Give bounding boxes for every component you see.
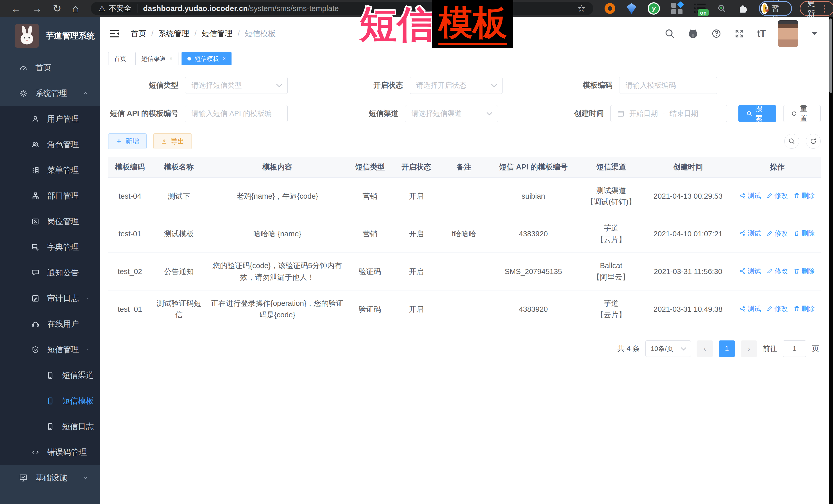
status-select[interactable]: 请选择开启状态 [410, 77, 502, 94]
chevron-down-icon [491, 81, 497, 88]
page-size-select[interactable]: 10条/页 [645, 340, 691, 357]
extension-list-icon[interactable]: on [694, 3, 706, 14]
address-bar[interactable]: ⚠ 不安全 dashboard.yudao.iocoder.cn /system… [91, 2, 593, 15]
breadcrumb-system[interactable]: 系统管理 [159, 28, 189, 39]
profile-paused-pill[interactable]: 已暂停 [759, 1, 792, 16]
page-scrollbar[interactable] [829, 17, 833, 504]
sidebar-item-error-codes[interactable]: 错误码管理 [0, 439, 100, 465]
search-button[interactable]: 搜索 [738, 105, 776, 122]
user-menu-caret-icon[interactable] [811, 32, 817, 35]
cell-type: 营销 [349, 177, 391, 215]
sidebar-item-infrastructure[interactable]: 基础设施 [0, 465, 100, 491]
sidebar-item-notices[interactable]: 通知公告 [0, 260, 100, 286]
toggle-search-button[interactable] [784, 134, 799, 149]
date-end-placeholder: 结束日期 [670, 109, 698, 118]
cell-actions: 测试修改删除 [734, 253, 821, 290]
browser-home-icon[interactable]: ⌂ [72, 3, 79, 14]
reset-button[interactable]: 重置 [783, 105, 821, 122]
template-code-input[interactable] [619, 77, 717, 94]
delete-link[interactable]: 删除 [793, 304, 815, 314]
sidebar-item-sms[interactable]: 短信管理 [0, 337, 100, 362]
api-template-id-input[interactable] [185, 105, 287, 122]
sidebar-item-system[interactable]: 系统管理 [0, 80, 100, 106]
extension-grid-icon[interactable] [671, 3, 683, 14]
github-icon[interactable] [687, 28, 699, 39]
share-icon [740, 268, 746, 274]
sidebar-fold-icon[interactable] [109, 28, 120, 40]
tabs-bar: 首页 短信渠道 × 短信模板 × [100, 50, 829, 67]
export-button[interactable]: 导出 [153, 133, 192, 149]
user-avatar[interactable] [778, 20, 798, 47]
sidebar-item-sms-log[interactable]: 短信日志 [0, 414, 100, 439]
bookmark-star-icon[interactable]: ☆ [577, 3, 586, 14]
prev-page-button[interactable]: ‹ [697, 340, 713, 357]
edit-link[interactable]: 修改 [767, 304, 788, 314]
tab-home[interactable]: 首页 [108, 52, 132, 65]
scrollbar-thumb[interactable] [829, 19, 832, 93]
next-page-button[interactable]: › [741, 340, 757, 357]
browser-back-icon[interactable]: ← [11, 3, 21, 14]
edit-link[interactable]: 修改 [767, 228, 788, 238]
sidebar-item-menus[interactable]: 菜单管理 [0, 158, 100, 183]
fullscreen-icon[interactable] [734, 28, 745, 39]
breadcrumb-sms[interactable]: 短信管理 [202, 28, 233, 39]
font-size-icon[interactable]: tT [757, 28, 766, 39]
browser-update-button[interactable]: 更新 ⋮ [800, 1, 833, 16]
book-icon [31, 243, 40, 251]
cell-status: 开启 [391, 290, 441, 328]
sidebar-item-audit-log[interactable]: 审计日志 [0, 286, 100, 311]
test-link[interactable]: 测试 [740, 190, 761, 201]
tab-sms-template[interactable]: 短信模板 × [182, 52, 232, 65]
sidebar-item-departments[interactable]: 部门管理 [0, 183, 100, 209]
extension-y-icon[interactable]: y [648, 2, 660, 15]
test-link[interactable]: 测试 [740, 304, 761, 314]
extension-donut-icon[interactable] [604, 3, 615, 14]
sidebar-item-home[interactable]: 首页 [0, 55, 100, 80]
date-range-picker[interactable]: 开始日期 - 结束日期 [611, 105, 727, 122]
browser-forward-icon[interactable]: → [32, 3, 42, 14]
search-icon[interactable] [664, 28, 675, 39]
sidebar-item-dict[interactable]: 字典管理 [0, 234, 100, 260]
refresh-table-button[interactable] [806, 134, 821, 149]
tab-sms-channel[interactable]: 短信渠道 × [135, 52, 178, 65]
help-icon[interactable] [711, 28, 722, 39]
sms-type-select[interactable]: 请选择短信类型 [185, 77, 288, 94]
edit-link[interactable]: 修改 [767, 266, 788, 276]
sidebar-item-users[interactable]: 用户管理 [0, 106, 100, 132]
test-link[interactable]: 测试 [740, 266, 761, 276]
delete-link[interactable]: 删除 [793, 266, 815, 276]
sidebar-item-roles[interactable]: 角色管理 [0, 132, 100, 158]
edit-link[interactable]: 修改 [767, 190, 788, 201]
page-number-1[interactable]: 1 [719, 340, 735, 357]
sidebar-item-sms-channel[interactable]: 短信渠道 [0, 362, 100, 388]
extensions-puzzle-icon[interactable] [738, 3, 748, 14]
delete-link[interactable]: 删除 [793, 190, 815, 201]
cell-code: test_02 [108, 253, 151, 290]
edit-label: 修改 [775, 190, 788, 201]
url-host: dashboard.yudao.iocoder.cn [143, 4, 248, 13]
toolbar-right-icons [784, 134, 821, 149]
channel-select[interactable]: 请选择短信渠道 [405, 105, 498, 122]
cell-created: 2021-04-10 01:07:21 [642, 215, 734, 253]
extension-magnifier-icon[interactable] [717, 4, 727, 13]
test-link[interactable]: 测试 [740, 228, 761, 238]
sidebar-item-online-users[interactable]: 在线用户 [0, 311, 100, 337]
sidebar-item-posts[interactable]: 岗位管理 [0, 209, 100, 234]
not-secure-label: 不安全 [109, 3, 131, 14]
delete-link[interactable]: 删除 [793, 228, 815, 238]
breadcrumb-home[interactable]: 首页 [131, 28, 146, 39]
users-icon [31, 141, 40, 149]
tab-close-icon[interactable]: × [223, 56, 226, 62]
calendar-icon [617, 110, 624, 117]
cell-content: 您的验证码{code}，该验证码5分钟内有效，请勿泄漏于他人！ [206, 253, 349, 290]
api-template-id-label: 短信 API 的模板编号 [108, 109, 185, 119]
sidebar-item-sms-template[interactable]: 短信模板 [0, 388, 100, 414]
tab-close-icon[interactable]: × [169, 56, 172, 62]
cell-remark: f哈哈哈 [441, 215, 486, 253]
browser-menu-dots-icon[interactable]: ⋮ [820, 3, 829, 14]
browser-reload-icon[interactable]: ↻ [53, 3, 62, 14]
extension-gem-icon[interactable] [626, 3, 636, 14]
sidebar-item-label: 部门管理 [47, 190, 79, 201]
add-button[interactable]: 新增 [108, 133, 147, 149]
goto-page-input[interactable] [783, 340, 806, 357]
